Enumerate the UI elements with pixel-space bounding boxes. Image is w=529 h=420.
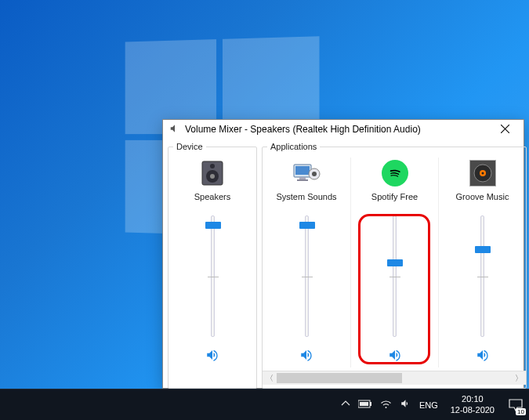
device-section: Device Speakers bbox=[168, 142, 257, 389]
svg-rect-17 bbox=[360, 402, 368, 406]
titlebar[interactable]: Volume Mixer - Speakers (Realtek High De… bbox=[163, 120, 524, 139]
svg-rect-9 bbox=[297, 179, 308, 181]
svg-point-11 bbox=[312, 172, 317, 176]
apps-horizontal-scrollbar[interactable]: 〈 〉 bbox=[263, 371, 526, 385]
app-mute-button[interactable] bbox=[296, 345, 317, 368]
device-volume-slider[interactable] bbox=[197, 215, 228, 337]
svg-rect-16 bbox=[370, 402, 371, 406]
svg-point-5 bbox=[210, 164, 215, 168]
app-volume-slider[interactable] bbox=[467, 215, 498, 337]
scroll-right-arrow[interactable]: 〉 bbox=[512, 373, 526, 384]
app-mute-button[interactable] bbox=[473, 345, 493, 368]
svg-rect-8 bbox=[299, 177, 306, 179]
taskbar: ENG 20:10 12-08-2020 10 bbox=[0, 389, 529, 420]
clock-time: 20:10 bbox=[451, 394, 495, 404]
battery-icon[interactable] bbox=[358, 399, 372, 411]
app-label: System Sounds bbox=[276, 192, 336, 201]
clock[interactable]: 20:10 12-08-2020 bbox=[451, 394, 495, 415]
applications-legend: Applications bbox=[267, 142, 320, 151]
volume-icon[interactable] bbox=[400, 398, 411, 411]
applications-section: Applications System Sounds bbox=[262, 142, 527, 389]
groove-music-icon[interactable] bbox=[469, 159, 497, 187]
app-channel-system-sounds: System Sounds bbox=[263, 158, 350, 368]
clock-date: 12-08-2020 bbox=[451, 405, 495, 415]
speakers-device-icon[interactable] bbox=[198, 159, 226, 187]
language-indicator[interactable]: ENG bbox=[419, 400, 438, 410]
app-channel-spotify: Spotify Free bbox=[350, 158, 438, 368]
tray-overflow-icon[interactable] bbox=[341, 399, 350, 411]
app-label: Spotify Free bbox=[371, 192, 418, 201]
window-title: Volume Mixer - Speakers (Realtek High De… bbox=[185, 124, 493, 135]
scroll-left-arrow[interactable]: 〈 bbox=[263, 373, 277, 384]
app-channel-groove: Groove Music bbox=[438, 158, 526, 368]
device-label: Speakers bbox=[194, 192, 230, 201]
wifi-icon[interactable] bbox=[380, 399, 392, 411]
close-button[interactable] bbox=[493, 120, 517, 139]
svg-point-14 bbox=[481, 172, 484, 175]
app-volume-slider[interactable] bbox=[291, 215, 322, 337]
app-label: Groove Music bbox=[456, 192, 509, 201]
app-mute-button[interactable] bbox=[385, 345, 405, 368]
device-channel: Speakers bbox=[168, 158, 256, 368]
action-center-icon[interactable]: 10 bbox=[507, 396, 524, 414]
svg-rect-7 bbox=[295, 166, 310, 175]
spotify-icon[interactable] bbox=[381, 159, 409, 187]
scrollbar-thumb[interactable] bbox=[277, 373, 402, 383]
system-sounds-icon[interactable] bbox=[292, 159, 321, 187]
speaker-icon bbox=[169, 123, 180, 136]
svg-point-4 bbox=[210, 174, 215, 179]
notification-badge: 10 bbox=[516, 408, 526, 415]
device-mute-button[interactable] bbox=[202, 345, 223, 368]
device-legend: Device bbox=[173, 142, 206, 151]
volume-mixer-window: Volume Mixer - Speakers (Realtek High De… bbox=[162, 119, 524, 389]
app-volume-slider[interactable] bbox=[379, 215, 411, 337]
